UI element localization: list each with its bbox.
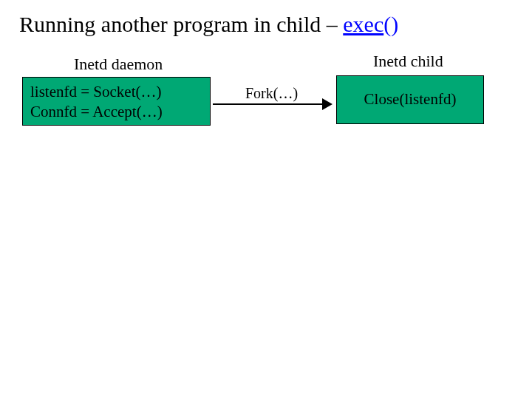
label-inetd-daemon: Inetd daemon <box>74 55 163 74</box>
slide-title: Running another program in child – exec(… <box>19 12 398 37</box>
label-inetd-child: Inetd child <box>373 52 443 71</box>
box-child: Close(listenfd) <box>336 75 484 124</box>
fork-arrow-label: Fork(…) <box>245 85 298 102</box>
box-daemon-line2: Connfd = Accept(…) <box>30 102 202 122</box>
arrow-line-icon <box>213 103 324 105</box>
arrow-head-icon <box>322 98 332 110</box>
title-exec: exec <box>343 12 383 36</box>
fork-arrow: Fork(…) <box>213 87 334 109</box>
box-daemon-line1: listenfd = Socket(…) <box>30 82 202 102</box>
title-prefix: Running another program in child – <box>19 12 343 36</box>
box-child-text: Close(listenfd) <box>364 89 457 109</box>
title-parens: () <box>383 12 398 36</box>
box-daemon: listenfd = Socket(…) Connfd = Accept(…) <box>22 77 211 126</box>
